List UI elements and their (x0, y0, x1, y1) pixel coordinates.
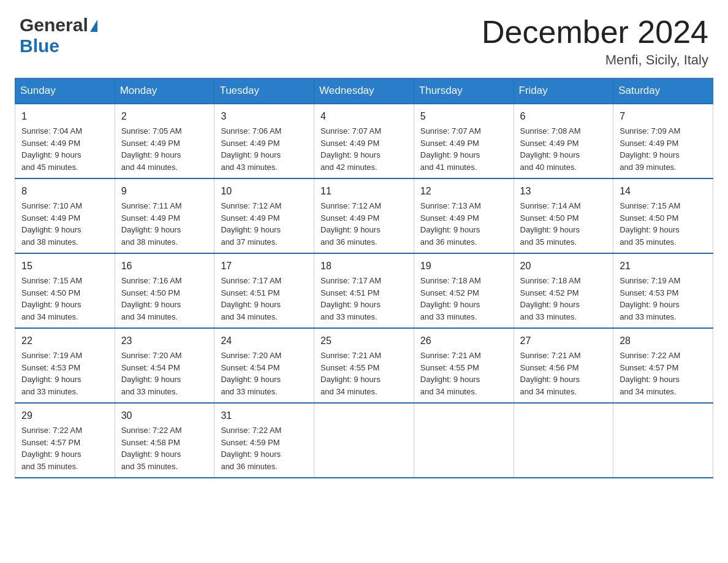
calendar-cell (414, 403, 514, 478)
day-info: Sunrise: 7:14 AM Sunset: 4:50 PM Dayligh… (520, 200, 607, 248)
calendar-cell: 12Sunrise: 7:13 AM Sunset: 4:49 PM Dayli… (414, 178, 514, 253)
location: Menfi, Sicily, Italy (482, 52, 708, 68)
day-info: Sunrise: 7:10 AM Sunset: 4:49 PM Dayligh… (21, 200, 108, 248)
calendar-cell: 31Sunrise: 7:22 AM Sunset: 4:59 PM Dayli… (214, 403, 314, 478)
week-row-5: 29Sunrise: 7:22 AM Sunset: 4:57 PM Dayli… (15, 403, 713, 478)
day-number: 26 (420, 334, 507, 348)
weekday-header-friday: Friday (514, 79, 613, 104)
day-number: 25 (320, 334, 408, 348)
calendar-cell: 26Sunrise: 7:21 AM Sunset: 4:55 PM Dayli… (414, 328, 514, 403)
day-info: Sunrise: 7:11 AM Sunset: 4:49 PM Dayligh… (121, 200, 208, 248)
month-title: December 2024 (482, 15, 708, 50)
day-number: 9 (121, 184, 208, 199)
calendar-cell (514, 403, 613, 478)
calendar-cell: 6Sunrise: 7:08 AM Sunset: 4:49 PM Daylig… (514, 104, 613, 178)
week-row-1: 1Sunrise: 7:04 AM Sunset: 4:49 PM Daylig… (15, 104, 713, 178)
day-number: 20 (520, 259, 607, 274)
page-header: General Blue December 2024 Menfi, Sicily… (0, 0, 728, 78)
day-info: Sunrise: 7:21 AM Sunset: 4:56 PM Dayligh… (520, 350, 607, 397)
calendar-cell: 23Sunrise: 7:20 AM Sunset: 4:54 PM Dayli… (115, 328, 214, 403)
calendar-cell: 29Sunrise: 7:22 AM Sunset: 4:57 PM Dayli… (15, 403, 115, 478)
day-number: 13 (520, 184, 607, 199)
calendar-cell: 27Sunrise: 7:21 AM Sunset: 4:56 PM Dayli… (514, 328, 613, 403)
calendar-cell: 18Sunrise: 7:17 AM Sunset: 4:51 PM Dayli… (314, 253, 414, 328)
weekday-header-monday: Monday (115, 79, 214, 104)
day-info: Sunrise: 7:12 AM Sunset: 4:49 PM Dayligh… (320, 200, 408, 248)
day-number: 7 (620, 109, 707, 124)
calendar-cell: 11Sunrise: 7:12 AM Sunset: 4:49 PM Dayli… (314, 178, 414, 253)
calendar-cell: 2Sunrise: 7:05 AM Sunset: 4:49 PM Daylig… (115, 104, 214, 178)
day-info: Sunrise: 7:17 AM Sunset: 4:51 PM Dayligh… (320, 275, 408, 323)
calendar-cell: 19Sunrise: 7:18 AM Sunset: 4:52 PM Dayli… (414, 253, 514, 328)
day-info: Sunrise: 7:22 AM Sunset: 4:58 PM Dayligh… (121, 424, 208, 472)
calendar-cell: 5Sunrise: 7:07 AM Sunset: 4:49 PM Daylig… (414, 104, 514, 178)
day-number: 30 (121, 408, 208, 423)
calendar-cell: 16Sunrise: 7:16 AM Sunset: 4:50 PM Dayli… (115, 253, 214, 328)
day-info: Sunrise: 7:16 AM Sunset: 4:50 PM Dayligh… (121, 275, 208, 323)
day-info: Sunrise: 7:22 AM Sunset: 4:57 PM Dayligh… (620, 350, 707, 397)
weekday-header-thursday: Thursday (414, 79, 514, 104)
day-number: 4 (320, 109, 408, 124)
week-row-2: 8Sunrise: 7:10 AM Sunset: 4:49 PM Daylig… (15, 178, 713, 253)
day-info: Sunrise: 7:06 AM Sunset: 4:49 PM Dayligh… (221, 125, 308, 173)
day-number: 5 (420, 109, 507, 124)
day-number: 27 (520, 334, 607, 348)
calendar-cell: 8Sunrise: 7:10 AM Sunset: 4:49 PM Daylig… (15, 178, 115, 253)
calendar-cell: 20Sunrise: 7:18 AM Sunset: 4:52 PM Dayli… (514, 253, 613, 328)
calendar-cell: 14Sunrise: 7:15 AM Sunset: 4:50 PM Dayli… (613, 178, 713, 253)
day-info: Sunrise: 7:13 AM Sunset: 4:49 PM Dayligh… (420, 200, 507, 248)
day-number: 18 (320, 259, 408, 274)
day-number: 19 (420, 259, 507, 274)
day-info: Sunrise: 7:05 AM Sunset: 4:49 PM Dayligh… (121, 125, 208, 173)
calendar-cell: 10Sunrise: 7:12 AM Sunset: 4:49 PM Dayli… (214, 178, 314, 253)
logo-blue-text: Blue (20, 36, 59, 56)
day-info: Sunrise: 7:20 AM Sunset: 4:54 PM Dayligh… (121, 350, 208, 397)
calendar-cell: 21Sunrise: 7:19 AM Sunset: 4:53 PM Dayli… (613, 253, 713, 328)
day-number: 3 (221, 109, 308, 124)
day-number: 8 (21, 184, 108, 199)
calendar-cell: 3Sunrise: 7:06 AM Sunset: 4:49 PM Daylig… (214, 104, 314, 178)
day-info: Sunrise: 7:22 AM Sunset: 4:59 PM Dayligh… (221, 424, 308, 472)
day-number: 24 (221, 334, 308, 348)
day-number: 10 (221, 184, 308, 199)
day-info: Sunrise: 7:18 AM Sunset: 4:52 PM Dayligh… (520, 275, 607, 323)
calendar-cell: 7Sunrise: 7:09 AM Sunset: 4:49 PM Daylig… (613, 104, 713, 178)
day-info: Sunrise: 7:09 AM Sunset: 4:49 PM Dayligh… (620, 125, 707, 173)
calendar-cell: 9Sunrise: 7:11 AM Sunset: 4:49 PM Daylig… (115, 178, 214, 253)
day-number: 17 (221, 259, 308, 274)
day-number: 29 (21, 408, 108, 423)
calendar-cell: 13Sunrise: 7:14 AM Sunset: 4:50 PM Dayli… (514, 178, 613, 253)
day-info: Sunrise: 7:21 AM Sunset: 4:55 PM Dayligh… (320, 350, 408, 397)
day-info: Sunrise: 7:19 AM Sunset: 4:53 PM Dayligh… (21, 350, 108, 397)
day-number: 21 (620, 259, 707, 274)
calendar-cell: 4Sunrise: 7:07 AM Sunset: 4:49 PM Daylig… (314, 104, 414, 178)
day-number: 28 (620, 334, 707, 348)
day-info: Sunrise: 7:12 AM Sunset: 4:49 PM Dayligh… (221, 200, 308, 248)
day-info: Sunrise: 7:04 AM Sunset: 4:49 PM Dayligh… (21, 125, 108, 173)
day-info: Sunrise: 7:07 AM Sunset: 4:49 PM Dayligh… (320, 125, 408, 173)
calendar-cell: 24Sunrise: 7:20 AM Sunset: 4:54 PM Dayli… (214, 328, 314, 403)
day-number: 1 (21, 109, 108, 124)
day-info: Sunrise: 7:18 AM Sunset: 4:52 PM Dayligh… (420, 275, 507, 323)
calendar-cell: 15Sunrise: 7:15 AM Sunset: 4:50 PM Dayli… (15, 253, 115, 328)
calendar-cell (613, 403, 713, 478)
day-info: Sunrise: 7:20 AM Sunset: 4:54 PM Dayligh… (221, 350, 308, 397)
day-info: Sunrise: 7:17 AM Sunset: 4:51 PM Dayligh… (221, 275, 308, 323)
day-number: 14 (620, 184, 707, 199)
weekday-header-wednesday: Wednesday (314, 79, 414, 104)
logo-triangle-icon (90, 20, 97, 32)
weekday-header-sunday: Sunday (15, 79, 115, 104)
day-info: Sunrise: 7:22 AM Sunset: 4:57 PM Dayligh… (21, 424, 108, 472)
calendar-cell: 1Sunrise: 7:04 AM Sunset: 4:49 PM Daylig… (15, 104, 115, 178)
day-number: 23 (121, 334, 208, 348)
weekday-header-tuesday: Tuesday (214, 79, 314, 104)
day-info: Sunrise: 7:15 AM Sunset: 4:50 PM Dayligh… (620, 200, 707, 248)
calendar-cell: 17Sunrise: 7:17 AM Sunset: 4:51 PM Dayli… (214, 253, 314, 328)
day-number: 11 (320, 184, 408, 199)
calendar-cell: 22Sunrise: 7:19 AM Sunset: 4:53 PM Dayli… (15, 328, 115, 403)
day-number: 31 (221, 408, 308, 423)
logo-general-text: General (20, 15, 88, 36)
day-number: 2 (121, 109, 208, 124)
calendar-table: SundayMondayTuesdayWednesdayThursdayFrid… (15, 78, 713, 478)
calendar-cell (314, 403, 414, 478)
